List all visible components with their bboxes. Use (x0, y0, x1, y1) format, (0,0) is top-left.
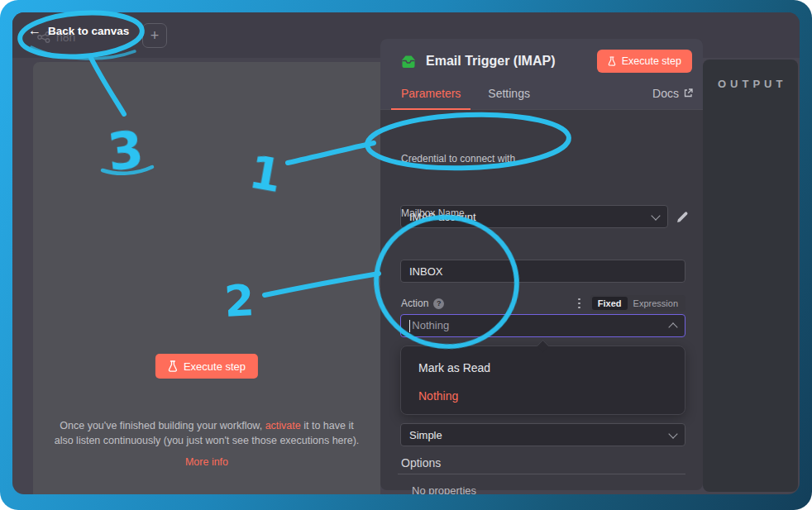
toggle-fixed[interactable]: Fixed (592, 297, 628, 310)
help-icon[interactable]: ? (433, 298, 444, 309)
output-panel-label: OUTPUT (718, 78, 786, 90)
back-to-canvas-button[interactable]: ← Back to canvas (28, 24, 129, 37)
new-tab-button[interactable]: + (142, 23, 167, 48)
action-dropdown-menu: Mark as Read Nothing (400, 346, 685, 415)
screenshot-frame: n8n ← Back to canvas + Execute step Once… (0, 0, 812, 510)
output-panel: OUTPUT (703, 60, 798, 492)
action-label: Action (401, 298, 428, 309)
node-tabs: Parameters Settings Docs (380, 77, 703, 110)
tab-settings[interactable]: Settings (478, 77, 540, 109)
docs-link[interactable]: Docs (652, 77, 693, 109)
mailbox-value: INBOX (409, 265, 442, 278)
tab-parameters[interactable]: Parameters (391, 77, 470, 109)
execute-step-label: Execute step (184, 360, 246, 373)
activation-note: Once you've finished building your workf… (33, 419, 380, 470)
back-arrow-icon: ← (28, 24, 41, 37)
flask-icon (168, 360, 178, 372)
mailbox-input[interactable]: INBOX (400, 260, 685, 283)
toggle-expression[interactable]: Expression (628, 297, 684, 310)
fixed-expression-toggle: Fixed Expression (590, 295, 685, 312)
credential-label: Credential to connect with (401, 153, 515, 164)
action-select[interactable]: Nothing (400, 314, 685, 337)
docs-label: Docs (652, 87, 679, 100)
node-settings-panel: Email Trigger (IMAP) Execute step Parame… (380, 39, 703, 490)
menu-item-nothing[interactable]: Nothing (401, 382, 685, 410)
node-title: Email Trigger (IMAP) (426, 54, 555, 69)
menu-item-mark-as-read[interactable]: Mark as Read (401, 354, 685, 382)
execute-step-label: Execute step (622, 55, 681, 67)
external-link-icon (684, 88, 693, 98)
action-value: Nothing (409, 319, 449, 332)
trigger-input-panel: Execute step Once you've finished buildi… (33, 62, 380, 494)
app-window: n8n ← Back to canvas + Execute step Once… (12, 12, 800, 494)
action-param-row: Action ? Fixed Expression (401, 295, 685, 312)
chevron-up-icon (668, 322, 677, 331)
execute-step-button-panel[interactable]: Execute step (597, 50, 692, 73)
no-properties-text: No properties (412, 484, 476, 494)
format-value: Simple (409, 429, 442, 441)
note-text-2: it to have it (301, 420, 354, 431)
edit-credential-button[interactable] (676, 210, 690, 224)
note-text-3: also listen continuously (you just won't… (55, 435, 360, 446)
activate-link[interactable]: activate (265, 420, 301, 431)
back-to-canvas-label: Back to canvas (48, 25, 129, 37)
text-cursor (409, 320, 410, 332)
chevron-down-icon (668, 429, 677, 438)
flask-icon (608, 56, 616, 66)
action-label-group: Action ? (401, 298, 444, 309)
options-section-title: Options (401, 456, 441, 469)
format-select[interactable]: Simple (400, 423, 685, 446)
execute-step-button-canvas[interactable]: Execute step (155, 354, 258, 379)
chevron-down-icon (651, 211, 660, 220)
note-text-1: Once you've finished building your workf… (60, 420, 265, 431)
param-options-menu-icon[interactable] (576, 296, 583, 312)
mailbox-label: Mailbox Name (401, 207, 465, 219)
email-trigger-node-icon (400, 55, 417, 69)
plus-icon: + (150, 27, 160, 45)
more-info-link[interactable]: More info (40, 455, 374, 470)
pencil-icon (676, 210, 690, 224)
node-header: Email Trigger (IMAP) Execute step (380, 39, 703, 77)
options-divider (398, 474, 685, 474)
